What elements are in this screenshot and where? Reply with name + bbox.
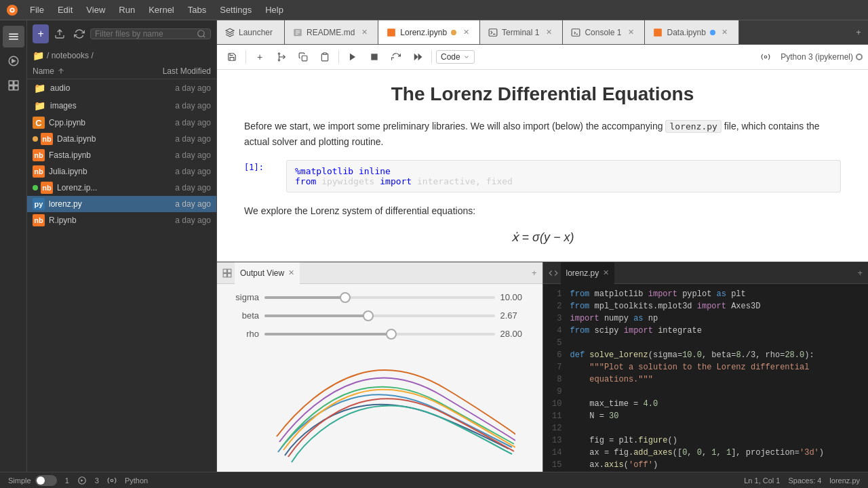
menu-tabs[interactable]: Tabs — [182, 3, 212, 16]
status-language: Python — [125, 476, 148, 485]
beta-slider[interactable] — [264, 314, 495, 317]
sigma-label: sigma — [225, 292, 259, 302]
file-search-box[interactable] — [90, 28, 211, 39]
run-button[interactable] — [343, 47, 362, 66]
svg-point-14 — [278, 60, 279, 61]
code-line-2: 2 from mpl_toolkits.mplot3d import Axes3… — [543, 302, 869, 314]
code-cell-1[interactable]: [1]: %matplotlib inline from ipywidgets … — [244, 160, 841, 192]
code-icon — [549, 268, 558, 278]
status-position: Ln 1, Col 1 — [744, 476, 780, 485]
file-row-cpp[interactable]: C Cpp.ipynb a day ago — [27, 115, 216, 131]
notebook-title: The Lorenz Differential Equations — [244, 83, 841, 105]
unsaved-dot — [451, 30, 456, 35]
menu-kernel[interactable]: Kernel — [143, 3, 180, 16]
notebook-text2: We explore the Lorenz system of differen… — [244, 203, 841, 218]
file-name: Data.ipynb — [57, 134, 143, 144]
tab-close[interactable]: ✕ — [543, 27, 554, 38]
cut-button[interactable] — [272, 47, 291, 66]
menu-run[interactable]: Run — [113, 3, 140, 16]
file-row-images[interactable]: 📁 images a day ago — [27, 97, 216, 115]
file-name: lorenz.py — [49, 199, 143, 209]
rho-slider-row: rho 28.00 — [225, 329, 534, 339]
output-tab-close[interactable]: ✕ — [288, 268, 294, 277]
menu-settings[interactable]: Settings — [214, 3, 257, 16]
menu-help[interactable]: Help — [260, 3, 289, 16]
code-line-7: 7 """Plot a solution to the Lorenz diffe… — [543, 363, 869, 375]
kernel-settings-button[interactable] — [756, 47, 775, 66]
tab-console[interactable]: Console 1 ✕ — [563, 20, 645, 45]
svg-rect-6 — [9, 86, 13, 90]
sigma-value: 10.00 — [500, 292, 534, 302]
content-area: Launcher README.md ✕ Lorenz.ipynb ✕ Term… — [217, 20, 868, 472]
file-modified: a day ago — [143, 199, 211, 209]
tab-readme[interactable]: README.md ✕ — [285, 20, 378, 45]
add-cell-button[interactable]: + — [250, 47, 269, 66]
new-file-button[interactable]: + — [33, 24, 49, 43]
lorenz-py-tab[interactable]: lorenz.py ✕ — [561, 262, 615, 284]
code-line-9: 9 — [543, 387, 869, 399]
file-row-julia[interactable]: nb Julia.ipynb a day ago — [27, 163, 216, 180]
svg-rect-26 — [228, 269, 231, 272]
refresh-button[interactable] — [71, 24, 87, 43]
interrupt-button[interactable] — [365, 47, 384, 66]
restart-button[interactable] — [387, 47, 406, 66]
sort-name-header[interactable]: Name — [33, 66, 143, 76]
sidebar-extensions-btn[interactable] — [3, 75, 24, 96]
menu-view[interactable]: View — [81, 3, 111, 16]
tab-launcher[interactable]: Launcher — [217, 20, 285, 45]
sort-modified-header[interactable]: Last Modified — [143, 66, 211, 76]
rho-slider[interactable] — [264, 333, 495, 336]
file-row-r[interactable]: nb R.ipynb a day ago — [27, 212, 216, 228]
code-line-3: 3 import numpy as np — [543, 314, 869, 326]
svg-rect-11 — [489, 28, 497, 36]
fast-forward-button[interactable] — [408, 47, 427, 66]
code-panel-add[interactable]: + — [857, 268, 863, 278]
code-line-14: 14 ax = fig.add_axes([0, 0, 1, 1], proje… — [543, 448, 869, 460]
tab-close[interactable]: ✕ — [460, 27, 471, 38]
tab-lorenz-ipynb[interactable]: Lorenz.ipynb ✕ — [378, 20, 480, 45]
tab-close[interactable]: ✕ — [359, 27, 370, 38]
kernel-status-indicator — [856, 54, 863, 60]
output-panel: Output View ✕ + sigma — [217, 262, 543, 472]
file-row-fasta[interactable]: nb Fasta.ipynb a day ago — [27, 147, 216, 163]
upload-button[interactable] — [52, 24, 68, 43]
menu-edit[interactable]: Edit — [52, 3, 78, 16]
unsaved-dot — [710, 30, 715, 35]
file-row-audio[interactable]: 📁 audio a day ago — [27, 79, 216, 97]
file-modified: a day ago — [143, 83, 211, 93]
sigma-slider[interactable] — [264, 296, 495, 299]
menu-file[interactable]: File — [24, 3, 50, 16]
output-tab-add[interactable]: + — [532, 268, 537, 278]
file-modified: a day ago — [143, 118, 211, 127]
cell-content[interactable]: %matplotlib inline from ipywidgets impor… — [286, 160, 841, 192]
svg-marker-23 — [418, 54, 422, 61]
tab-add-button[interactable]: + — [849, 23, 868, 42]
sidebar-running-btn[interactable] — [3, 50, 24, 72]
code-line-8: 8 equations.""" — [543, 375, 869, 387]
tab-close[interactable]: ✕ — [625, 27, 636, 38]
cell-type-select[interactable]: Code — [436, 50, 475, 64]
save-button[interactable] — [222, 47, 241, 66]
file-row-data[interactable]: nb Data.ipynb a day ago — [27, 131, 216, 147]
file-row-lorenz-ipynb[interactable]: nb Lorenz.ip... a day ago — [27, 180, 216, 196]
simple-label: Simple — [8, 476, 31, 485]
svg-rect-7 — [14, 86, 18, 90]
paste-button[interactable] — [315, 47, 334, 66]
sidebar-files-btn[interactable] — [3, 26, 24, 47]
tab-data-ipynb[interactable]: Data.ipynb ✕ — [645, 20, 738, 45]
output-tab-label: Output View — [240, 268, 284, 278]
output-tab[interactable]: Output View ✕ — [235, 262, 300, 284]
svg-rect-13 — [654, 28, 663, 37]
tab-terminal[interactable]: Terminal 1 ✕ — [480, 20, 563, 45]
svg-point-2 — [11, 9, 14, 12]
file-row-lorenz-py[interactable]: py lorenz.py a day ago — [27, 196, 216, 212]
file-name: Lorenz.ip... — [57, 183, 143, 192]
copy-button[interactable] — [294, 47, 313, 66]
lorenz-py-tab-close[interactable]: ✕ — [603, 268, 609, 277]
simple-mode-toggle[interactable]: Simple — [8, 475, 57, 486]
beta-slider-row: beta 2.67 — [225, 310, 534, 321]
tab-close[interactable]: ✕ — [719, 27, 730, 38]
search-input[interactable] — [95, 29, 197, 39]
code-panel: lorenz.py ✕ + 1 from matplotlib import p… — [543, 262, 869, 472]
mode-toggle-track[interactable] — [35, 475, 57, 486]
